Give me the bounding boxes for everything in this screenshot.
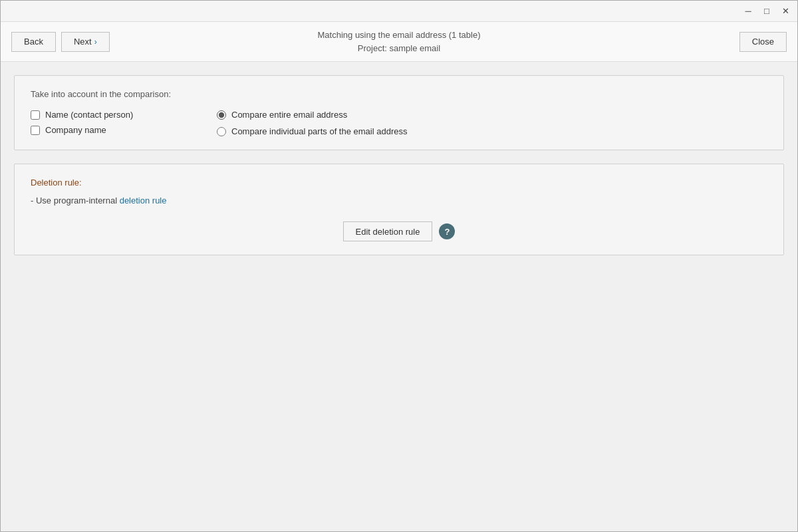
back-button[interactable]: Back	[11, 32, 56, 52]
toolbar-left: Back Next ›	[11, 32, 110, 52]
comparison-panel-title: Take into account in the comparison:	[31, 89, 767, 99]
toolbar-right: Close	[739, 32, 787, 52]
comparison-panel: Take into account in the comparison: Nam…	[14, 75, 784, 150]
checkbox-name-label[interactable]: Name (contact person)	[31, 110, 164, 120]
toolbar: Back Next › Matching using the email add…	[1, 22, 797, 62]
radio-entire[interactable]	[217, 110, 226, 120]
radio-entire-label[interactable]: Compare entire email address	[217, 110, 407, 120]
checkbox-name-text: Name (contact person)	[45, 110, 133, 120]
checkbox-name[interactable]	[31, 110, 40, 120]
edit-deletion-button[interactable]: Edit deletion rule	[343, 221, 433, 241]
deletion-rule-link[interactable]: deletion rule	[120, 196, 167, 205]
radio-parts-label[interactable]: Compare individual parts of the email ad…	[217, 126, 407, 136]
checkbox-company-text: Company name	[45, 125, 106, 135]
main-window: ─ □ ✕ Back Next › Matching using the ema…	[0, 0, 798, 532]
deletion-panel-title: Deletion rule:	[31, 178, 767, 188]
dialog-subtitle: Project: sample email	[318, 42, 481, 55]
title-bar: ─ □ ✕	[1, 1, 797, 22]
next-arrow-icon: ›	[94, 37, 97, 47]
checkbox-company-label[interactable]: Company name	[31, 125, 164, 135]
checkbox-company[interactable]	[31, 126, 40, 135]
deletion-rule-text: - Use program-internal deletion rule	[31, 196, 767, 205]
close-button[interactable]: Close	[739, 32, 787, 52]
deletion-rule-prefix: - Use program-internal	[31, 196, 120, 205]
radio-parts-text: Compare individual parts of the email ad…	[231, 126, 407, 136]
radio-parts[interactable]	[217, 127, 226, 136]
minimize-button[interactable]: ─	[739, 2, 757, 21]
next-button[interactable]: Next ›	[61, 32, 110, 52]
maximize-button[interactable]: □	[757, 2, 776, 21]
radio-entire-text: Compare entire email address	[231, 110, 347, 120]
main-content: Take into account in the comparison: Nam…	[1, 62, 797, 531]
comparison-checkboxes: Name (contact person) Company name	[31, 110, 164, 136]
comparison-options: Name (contact person) Company name Compa…	[31, 110, 767, 136]
edit-deletion-row: Edit deletion rule ?	[31, 221, 767, 241]
window-close-button[interactable]: ✕	[776, 2, 795, 21]
help-icon[interactable]: ?	[439, 223, 455, 239]
comparison-radios: Compare entire email address Compare ind…	[217, 110, 407, 136]
deletion-panel: Deletion rule: - Use program-internal de…	[14, 164, 784, 255]
dialog-title: Matching using the email address (1 tabl…	[318, 29, 481, 42]
toolbar-center: Matching using the email address (1 tabl…	[318, 29, 481, 55]
